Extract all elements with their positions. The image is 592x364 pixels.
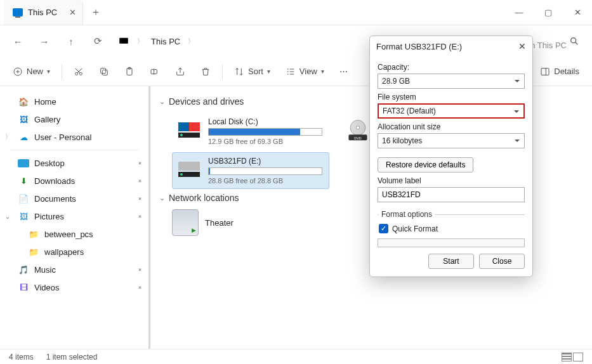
dvd-icon: DVD <box>345 117 371 143</box>
details-pane-button[interactable]: Details <box>534 63 586 81</box>
pin-icon[interactable]: ✦ <box>135 194 143 202</box>
rename-button[interactable] <box>143 63 166 81</box>
chevron-down-icon: ⌄ <box>159 98 165 106</box>
pin-icon[interactable]: ✦ <box>135 283 143 291</box>
view-mode-toggle[interactable] <box>562 353 583 361</box>
sidebar-item-desktop[interactable]: Desktop✦ <box>4 154 146 172</box>
forward-button[interactable]: → <box>33 30 56 53</box>
chevron-down-icon: ▾ <box>47 68 50 75</box>
sidebar: 🏠Home 🖼Gallery 〉☁User - Personal Desktop… <box>0 86 150 349</box>
details-label: Details <box>554 67 579 76</box>
more-button[interactable]: ⋯ <box>333 63 354 80</box>
start-button[interactable]: Start <box>428 254 474 269</box>
document-icon: 📄 <box>18 193 29 204</box>
close-dialog-button[interactable]: ✕ <box>518 41 526 51</box>
allocation-select[interactable]: 16 kilobytes <box>378 133 525 148</box>
refresh-button[interactable]: ⟳ <box>86 30 109 53</box>
sidebar-item-videos[interactable]: 🎞Videos✦ <box>4 278 146 296</box>
pin-icon[interactable]: ✦ <box>135 212 143 220</box>
close-window-button[interactable]: ✕ <box>563 0 592 25</box>
music-icon: 🎵 <box>18 264 29 275</box>
drive-name: USB321FD (E:) <box>208 157 322 166</box>
status-selected: 1 item selected <box>46 353 98 361</box>
pin-icon[interactable]: ✦ <box>135 265 143 273</box>
drive-name: Local Disk (C:) <box>208 117 322 126</box>
netloc-name: Theater <box>205 218 234 228</box>
volume-label-input[interactable] <box>378 187 525 202</box>
format-options-group: Format options ✓ Quick Format <box>378 210 525 235</box>
maximize-button[interactable]: ▢ <box>534 0 563 25</box>
pin-icon[interactable]: ✦ <box>135 176 143 185</box>
close-tab-icon[interactable]: ✕ <box>69 8 76 17</box>
sidebar-item-home[interactable]: 🏠Home <box>4 93 146 110</box>
download-icon: ⬇ <box>18 175 29 186</box>
breadcrumb-root[interactable]: This PC <box>151 37 180 46</box>
chevron-down-icon: ▾ <box>267 68 270 75</box>
svg-rect-6 <box>101 68 106 73</box>
drive-local-c[interactable]: Local Disk (C:) 12.9 GB free of 69.3 GB <box>172 113 329 150</box>
checkbox-checked-icon: ✓ <box>379 224 388 233</box>
chevron-down-icon: ⌄ <box>159 194 165 202</box>
sidebar-item-pictures[interactable]: ⌄🖼Pictures✦ <box>4 207 146 225</box>
sidebar-item-gallery[interactable]: 🖼Gallery <box>4 110 146 128</box>
svg-rect-10 <box>541 68 549 75</box>
svg-point-1 <box>571 38 576 43</box>
drive-icon <box>176 117 202 143</box>
delete-button[interactable] <box>194 63 217 81</box>
new-button[interactable]: New ▾ <box>6 63 56 81</box>
quick-format-checkbox[interactable]: ✓ Quick Format <box>379 224 523 233</box>
desktop-icon <box>18 159 29 167</box>
capacity-select[interactable]: 28.9 GB <box>378 74 525 89</box>
pictures-icon: 🖼 <box>18 211 29 222</box>
sidebar-item-onedrive[interactable]: 〉☁User - Personal <box>4 128 146 146</box>
home-icon: 🏠 <box>18 96 29 107</box>
new-label: New <box>27 67 43 76</box>
format-progress <box>378 238 525 247</box>
cut-button[interactable] <box>67 63 90 81</box>
details-view-icon[interactable] <box>562 353 572 361</box>
sort-button[interactable]: Sort ▾ <box>228 63 277 81</box>
drive-free: 28.8 GB free of 28.8 GB <box>208 177 322 185</box>
view-button[interactable]: View ▾ <box>279 63 331 81</box>
view-label: View <box>299 67 317 76</box>
folder-icon: 📁 <box>28 228 39 240</box>
up-button[interactable]: ↑ <box>60 30 82 53</box>
chevron-right-icon[interactable]: 〉 <box>5 133 11 141</box>
chevron-down-icon[interactable]: ⌄ <box>5 213 10 220</box>
drive-meter <box>208 167 322 175</box>
drive-usb-e[interactable]: USB321FD (E:) 28.8 GB free of 28.8 GB <box>172 152 329 189</box>
sidebar-item-documents[interactable]: 📄Documents✦ <box>4 190 146 207</box>
tab-this-pc[interactable]: This PC ✕ <box>4 0 83 25</box>
close-button[interactable]: Close <box>479 254 525 269</box>
sidebar-item-music[interactable]: 🎵Music✦ <box>4 261 146 278</box>
chevron-right-icon: 〉 <box>137 37 143 46</box>
pc-icon <box>118 36 129 47</box>
window-controls: — ▢ ✕ <box>504 0 592 25</box>
restore-defaults-button[interactable]: Restore device defaults <box>378 157 473 172</box>
drive-free: 12.9 GB free of 69.3 GB <box>208 138 322 145</box>
dialog-title-bar[interactable]: Format USB321FD (E:) ✕ <box>370 36 532 56</box>
chevron-right-icon[interactable]: 〉 <box>188 37 194 46</box>
dialog-title: Format USB321FD (E:) <box>376 42 462 51</box>
drive-meter <box>208 128 322 136</box>
copy-button[interactable] <box>93 63 115 81</box>
new-tab-button[interactable]: ＋ <box>83 0 109 25</box>
pin-icon[interactable]: ✦ <box>135 159 143 167</box>
sidebar-item-between-pcs[interactable]: 📁between_pcs <box>4 225 146 243</box>
filesystem-select[interactable]: FAT32 (Default) <box>378 103 525 119</box>
filesystem-label: File system <box>378 93 525 101</box>
back-button[interactable]: ← <box>6 30 29 53</box>
large-icons-view-icon[interactable] <box>573 353 583 361</box>
sidebar-item-downloads[interactable]: ⬇Downloads✦ <box>4 172 146 190</box>
tab-title: This PC <box>28 8 57 17</box>
minimize-button[interactable]: — <box>504 0 534 25</box>
svg-rect-0 <box>119 38 128 44</box>
share-button[interactable] <box>169 63 192 81</box>
sort-label: Sort <box>248 67 263 76</box>
sidebar-item-wallpapers[interactable]: 📁wallpapers <box>4 243 146 261</box>
pc-icon <box>13 8 23 16</box>
volume-label-label: Volume label <box>378 176 525 185</box>
status-bar: 4 items 1 item selected <box>0 349 592 364</box>
paste-button[interactable] <box>118 63 141 81</box>
gallery-icon: 🖼 <box>18 114 29 125</box>
